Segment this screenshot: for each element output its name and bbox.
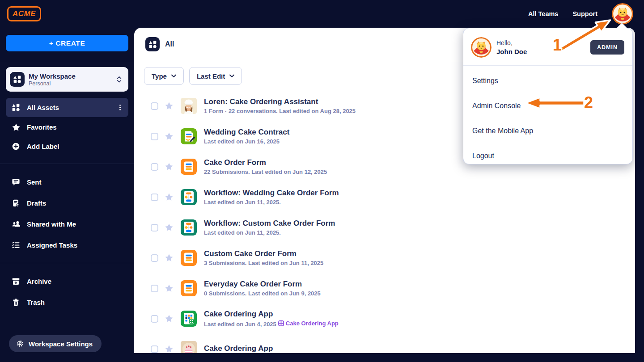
row-checkbox[interactable]	[151, 315, 158, 323]
workflow-icon[interactable]	[181, 189, 197, 205]
asset-title[interactable]: Everyday Cake Order Form	[204, 280, 321, 289]
list-item: Cake Ordering App	[134, 334, 635, 353]
sidebar-divider	[0, 164, 134, 164]
asset-title[interactable]: Workflow: Custom Cake Order Form	[204, 219, 335, 228]
greeting-text: Hello,	[496, 39, 590, 46]
row-checkbox[interactable]	[151, 224, 158, 232]
app-grid-icon	[278, 320, 284, 326]
row-checkbox[interactable]	[151, 163, 158, 171]
nav-all-teams[interactable]: All Teams	[528, 10, 558, 17]
admin-badge: ADMIN	[590, 40, 624, 55]
asset-meta: 1 Form · 22 conversations. Last edited o…	[204, 108, 356, 114]
row-checkbox[interactable]	[151, 345, 158, 353]
green-app-icon[interactable]	[181, 311, 197, 327]
favorite-star-icon[interactable]	[165, 193, 174, 202]
sidebar-item-label: Shared with Me	[27, 220, 124, 228]
workspace-subtitle: Personal	[29, 80, 115, 87]
favorite-star-icon[interactable]	[165, 284, 174, 293]
favorite-star-icon[interactable]	[165, 253, 174, 262]
gear-icon	[16, 340, 24, 348]
list-item: Workflow: Wedding Cake Order Form Last e…	[134, 182, 635, 212]
list-item: Workflow: Custom Cake Order Form Last ed…	[134, 212, 635, 243]
kebab-menu-icon[interactable]	[116, 104, 124, 111]
assets-grid-icon	[11, 103, 21, 112]
asset-meta: 22 Submissions. Last edited on Jun 12, 2…	[204, 168, 327, 175]
sidebar-item-assigned-tasks[interactable]: Assigned Tasks	[6, 236, 128, 255]
orange-form-icon[interactable]	[181, 280, 197, 296]
sidebar-item-label: Add Label	[27, 143, 124, 150]
sign-document-icon[interactable]	[181, 128, 197, 144]
sidebar-item-all-assets[interactable]: All Assets	[6, 98, 128, 117]
plus-circle-icon	[11, 142, 21, 151]
orange-form-icon[interactable]	[181, 159, 197, 175]
row-checkbox[interactable]	[151, 102, 158, 110]
row-checkbox[interactable]	[151, 254, 158, 262]
sidebar-divider	[0, 61, 134, 61]
list-item: Custom Cake Order Form 3 Submissions. La…	[134, 243, 635, 273]
cake-photo-thumbnail[interactable]	[181, 341, 197, 353]
asset-meta: Last edited on Jun 4, 2025Cake Ordering …	[204, 320, 339, 328]
page-title: All	[165, 40, 174, 48]
task-list-icon	[11, 240, 21, 250]
sidebar-item-label: Favorites	[27, 123, 124, 131]
sidebar-item-add-label[interactable]: Add Label	[6, 137, 128, 156]
asset-title[interactable]: Custom Cake Order Form	[204, 249, 323, 258]
asset-title[interactable]: Cake Ordering App	[204, 344, 273, 353]
sidebar-item-sent[interactable]: Sent	[6, 173, 128, 192]
sidebar-item-drafts[interactable]: Drafts	[6, 194, 128, 213]
sidebar-item-label: Archive	[27, 278, 124, 285]
user-avatar-icon[interactable]	[612, 3, 633, 25]
nav-support[interactable]: Support	[572, 10, 597, 17]
asset-title[interactable]: Cake Ordering App	[204, 310, 339, 319]
archive-box-icon	[11, 277, 21, 286]
user-menu-dropdown: Hello, John Doe ADMIN Settings Admin Con…	[463, 28, 633, 164]
asset-title[interactable]: Loren: Cake Ordering Assistant	[204, 97, 356, 106]
sidebar-item-label: Sent	[27, 178, 124, 186]
people-icon	[11, 219, 21, 229]
favorite-star-icon[interactable]	[165, 223, 174, 232]
filter-type-button[interactable]: Type	[144, 67, 184, 85]
asset-title[interactable]: Wedding Cake Contract	[204, 128, 289, 137]
orange-form-icon[interactable]	[181, 250, 197, 266]
topbar-nav: All Teams Support	[528, 3, 633, 25]
filter-last-edit-button[interactable]: Last Edit	[189, 67, 242, 85]
sidebar-item-favorites[interactable]: Favorites	[6, 118, 128, 137]
sidebar-item-shared-with-me[interactable]: Shared with Me	[6, 215, 128, 234]
asset-meta: Last edited on Jun 16, 2025	[204, 138, 289, 145]
star-icon	[11, 122, 21, 132]
draft-doc-icon	[11, 198, 21, 208]
menu-item-get-mobile-app[interactable]: Get the Mobile App	[463, 118, 632, 143]
favorite-star-icon[interactable]	[165, 101, 174, 110]
asset-meta: 0 Submissions. Last edited on Jun 9, 202…	[204, 290, 321, 297]
dropdown-header: Hello, John Doe ADMIN	[463, 28, 632, 58]
sidebar-item-archive[interactable]: Archive	[6, 272, 128, 291]
row-checkbox[interactable]	[151, 285, 158, 292]
row-checkbox[interactable]	[151, 194, 158, 201]
workspace-expand-icon[interactable]	[115, 75, 123, 84]
sidebar-item-trash[interactable]: Trash	[6, 293, 128, 312]
chef-photo-thumbnail[interactable]	[181, 98, 197, 114]
favorite-star-icon[interactable]	[165, 162, 174, 171]
asset-meta-text: Last edited on Jun 4, 2025	[204, 321, 276, 328]
menu-item-admin-console[interactable]: Admin Console	[463, 93, 632, 118]
username-text: John Doe	[496, 48, 590, 55]
trash-can-icon	[11, 298, 21, 307]
sidebar-item-label: All Assets	[27, 104, 116, 111]
favorite-star-icon[interactable]	[165, 132, 174, 141]
workspace-settings-label: Workspace Settings	[29, 340, 93, 348]
workflow-icon[interactable]	[181, 219, 197, 236]
menu-item-settings[interactable]: Settings	[463, 68, 632, 93]
sidebar-divider	[0, 263, 134, 263]
create-button[interactable]: + CREATE	[6, 35, 128, 51]
workspace-selector[interactable]: My Workspace Personal	[6, 67, 128, 92]
favorite-star-icon[interactable]	[165, 345, 174, 353]
asset-title[interactable]: Workflow: Wedding Cake Order Form	[204, 189, 339, 198]
app-link[interactable]: Cake Ordering App	[278, 320, 339, 327]
row-checkbox[interactable]	[151, 133, 158, 140]
app-link-label: Cake Ordering App	[286, 320, 339, 327]
asset-title[interactable]: Cake Order Form	[204, 158, 327, 167]
menu-item-logout[interactable]: Logout	[463, 143, 632, 168]
workspace-settings-button[interactable]: Workspace Settings	[9, 335, 102, 352]
sidebar-item-label: Drafts	[27, 199, 124, 207]
favorite-star-icon[interactable]	[165, 314, 174, 323]
